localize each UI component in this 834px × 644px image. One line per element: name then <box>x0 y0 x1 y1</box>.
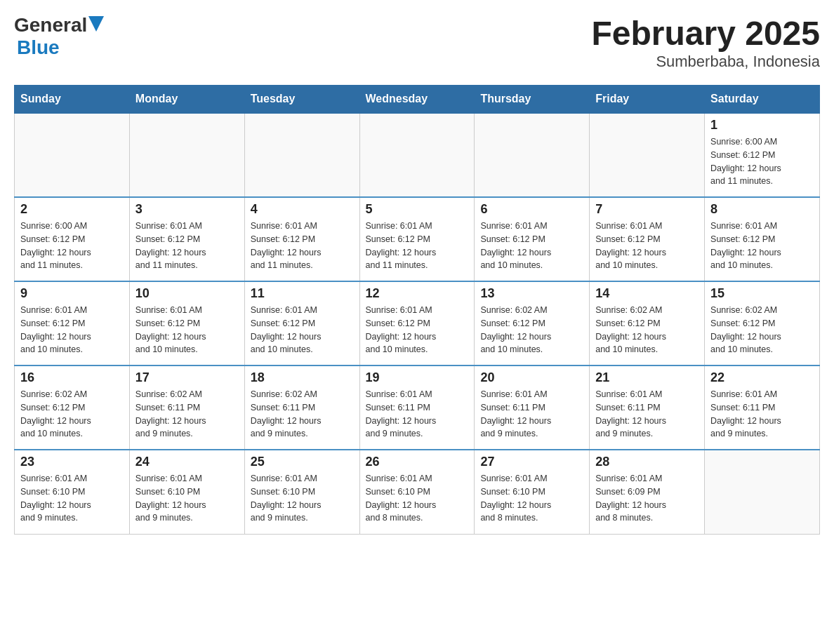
calendar-week-5: 23Sunrise: 6:01 AM Sunset: 6:10 PM Dayli… <box>15 450 820 534</box>
calendar-cell: 16Sunrise: 6:02 AM Sunset: 6:12 PM Dayli… <box>15 365 130 450</box>
title-section: February 2025 Sumberbaba, Indonesia <box>591 14 820 71</box>
day-info: Sunrise: 6:01 AM Sunset: 6:11 PM Dayligh… <box>710 388 814 441</box>
calendar-cell: 7Sunrise: 6:01 AM Sunset: 6:12 PM Daylig… <box>590 197 705 281</box>
day-info: Sunrise: 6:01 AM Sunset: 6:09 PM Dayligh… <box>595 472 699 525</box>
day-info: Sunrise: 6:01 AM Sunset: 6:11 PM Dayligh… <box>480 388 583 441</box>
calendar-cell <box>590 113 705 197</box>
calendar-cell: 5Sunrise: 6:01 AM Sunset: 6:12 PM Daylig… <box>359 197 475 281</box>
page-header: General Blue February 2025 Sumberbaba, I… <box>14 14 820 71</box>
calendar-cell <box>475 113 590 197</box>
calendar-header-saturday: Saturday <box>705 86 820 114</box>
day-info: Sunrise: 6:01 AM Sunset: 6:10 PM Dayligh… <box>480 472 583 525</box>
svg-marker-0 <box>88 16 104 32</box>
logo-general-text: General <box>14 14 87 36</box>
calendar-week-1: 1Sunrise: 6:00 AM Sunset: 6:12 PM Daylig… <box>15 113 820 197</box>
day-number: 10 <box>135 286 239 301</box>
location: Sumberbaba, Indonesia <box>591 53 820 71</box>
day-number: 28 <box>595 455 699 469</box>
calendar-cell: 27Sunrise: 6:01 AM Sunset: 6:10 PM Dayli… <box>475 450 590 534</box>
calendar-table: SundayMondayTuesdayWednesdayThursdayFrid… <box>14 85 820 535</box>
day-number: 4 <box>251 202 354 217</box>
calendar-cell: 8Sunrise: 6:01 AM Sunset: 6:12 PM Daylig… <box>705 197 820 281</box>
calendar-header-tuesday: Tuesday <box>244 86 359 114</box>
calendar-cell: 10Sunrise: 6:01 AM Sunset: 6:12 PM Dayli… <box>129 281 244 365</box>
day-info: Sunrise: 6:02 AM Sunset: 6:11 PM Dayligh… <box>251 388 354 441</box>
day-info: Sunrise: 6:02 AM Sunset: 6:11 PM Dayligh… <box>135 388 239 441</box>
calendar-cell: 15Sunrise: 6:02 AM Sunset: 6:12 PM Dayli… <box>705 281 820 365</box>
day-info: Sunrise: 6:01 AM Sunset: 6:10 PM Dayligh… <box>20 472 124 525</box>
day-number: 24 <box>135 455 239 469</box>
calendar-cell <box>244 113 359 197</box>
day-number: 11 <box>251 286 354 301</box>
calendar-cell: 18Sunrise: 6:02 AM Sunset: 6:11 PM Dayli… <box>244 365 359 450</box>
calendar-header-monday: Monday <box>129 86 244 114</box>
calendar-week-4: 16Sunrise: 6:02 AM Sunset: 6:12 PM Dayli… <box>15 365 820 450</box>
day-number: 1 <box>710 118 814 133</box>
calendar-cell: 20Sunrise: 6:01 AM Sunset: 6:11 PM Dayli… <box>475 365 590 450</box>
calendar-cell: 9Sunrise: 6:01 AM Sunset: 6:12 PM Daylig… <box>15 281 130 365</box>
calendar-cell <box>15 113 130 197</box>
day-info: Sunrise: 6:01 AM Sunset: 6:10 PM Dayligh… <box>135 472 239 525</box>
logo-blue-text: Blue <box>17 36 60 58</box>
day-info: Sunrise: 6:01 AM Sunset: 6:12 PM Dayligh… <box>710 220 814 272</box>
calendar-cell: 24Sunrise: 6:01 AM Sunset: 6:10 PM Dayli… <box>129 450 244 534</box>
calendar-week-3: 9Sunrise: 6:01 AM Sunset: 6:12 PM Daylig… <box>15 281 820 365</box>
calendar-cell: 19Sunrise: 6:01 AM Sunset: 6:11 PM Dayli… <box>359 365 475 450</box>
logo-triangle-icon <box>88 16 104 32</box>
day-info: Sunrise: 6:01 AM Sunset: 6:11 PM Dayligh… <box>366 388 469 441</box>
day-number: 7 <box>595 202 699 217</box>
day-number: 14 <box>595 286 699 301</box>
calendar-cell: 21Sunrise: 6:01 AM Sunset: 6:11 PM Dayli… <box>590 365 705 450</box>
calendar-cell: 17Sunrise: 6:02 AM Sunset: 6:11 PM Dayli… <box>129 365 244 450</box>
calendar-cell: 1Sunrise: 6:00 AM Sunset: 6:12 PM Daylig… <box>705 113 820 197</box>
day-number: 23 <box>20 455 124 469</box>
logo: General Blue <box>14 14 104 59</box>
day-info: Sunrise: 6:01 AM Sunset: 6:12 PM Dayligh… <box>135 304 239 356</box>
calendar-cell <box>705 450 820 534</box>
day-info: Sunrise: 6:01 AM Sunset: 6:12 PM Dayligh… <box>366 304 469 356</box>
day-number: 8 <box>710 202 814 217</box>
calendar-cell <box>359 113 475 197</box>
day-info: Sunrise: 6:00 AM Sunset: 6:12 PM Dayligh… <box>20 220 124 272</box>
calendar-cell: 6Sunrise: 6:01 AM Sunset: 6:12 PM Daylig… <box>475 197 590 281</box>
calendar-cell: 25Sunrise: 6:01 AM Sunset: 6:10 PM Dayli… <box>244 450 359 534</box>
day-number: 18 <box>251 370 354 385</box>
day-number: 2 <box>20 202 124 217</box>
day-number: 17 <box>135 370 239 385</box>
day-number: 21 <box>595 370 699 385</box>
day-info: Sunrise: 6:01 AM Sunset: 6:12 PM Dayligh… <box>20 304 124 356</box>
day-info: Sunrise: 6:01 AM Sunset: 6:12 PM Dayligh… <box>251 220 354 272</box>
day-info: Sunrise: 6:01 AM Sunset: 6:12 PM Dayligh… <box>251 304 354 356</box>
day-info: Sunrise: 6:02 AM Sunset: 6:12 PM Dayligh… <box>20 388 124 441</box>
calendar-cell: 22Sunrise: 6:01 AM Sunset: 6:11 PM Dayli… <box>705 365 820 450</box>
day-number: 25 <box>251 455 354 469</box>
day-number: 16 <box>20 370 124 385</box>
calendar-cell: 23Sunrise: 6:01 AM Sunset: 6:10 PM Dayli… <box>15 450 130 534</box>
calendar-cell: 11Sunrise: 6:01 AM Sunset: 6:12 PM Dayli… <box>244 281 359 365</box>
calendar-cell: 12Sunrise: 6:01 AM Sunset: 6:12 PM Dayli… <box>359 281 475 365</box>
calendar-cell: 3Sunrise: 6:01 AM Sunset: 6:12 PM Daylig… <box>129 197 244 281</box>
calendar-cell <box>129 113 244 197</box>
calendar-cell: 2Sunrise: 6:00 AM Sunset: 6:12 PM Daylig… <box>15 197 130 281</box>
day-number: 15 <box>710 286 814 301</box>
calendar-header-sunday: Sunday <box>15 86 130 114</box>
month-title: February 2025 <box>591 14 820 53</box>
day-number: 26 <box>366 455 469 469</box>
day-info: Sunrise: 6:01 AM Sunset: 6:12 PM Dayligh… <box>595 220 699 272</box>
day-number: 6 <box>480 202 583 217</box>
day-number: 13 <box>480 286 583 301</box>
day-info: Sunrise: 6:02 AM Sunset: 6:12 PM Dayligh… <box>710 304 814 356</box>
day-info: Sunrise: 6:01 AM Sunset: 6:10 PM Dayligh… <box>366 472 469 525</box>
day-info: Sunrise: 6:01 AM Sunset: 6:12 PM Dayligh… <box>135 220 239 272</box>
day-number: 22 <box>710 370 814 385</box>
calendar-cell: 28Sunrise: 6:01 AM Sunset: 6:09 PM Dayli… <box>590 450 705 534</box>
day-info: Sunrise: 6:01 AM Sunset: 6:12 PM Dayligh… <box>366 220 469 272</box>
day-info: Sunrise: 6:01 AM Sunset: 6:10 PM Dayligh… <box>251 472 354 525</box>
day-number: 20 <box>480 370 583 385</box>
calendar-header-thursday: Thursday <box>475 86 590 114</box>
calendar-header-row: SundayMondayTuesdayWednesdayThursdayFrid… <box>15 86 820 114</box>
calendar-cell: 26Sunrise: 6:01 AM Sunset: 6:10 PM Dayli… <box>359 450 475 534</box>
day-number: 9 <box>20 286 124 301</box>
day-info: Sunrise: 6:01 AM Sunset: 6:11 PM Dayligh… <box>595 388 699 441</box>
day-number: 27 <box>480 455 583 469</box>
